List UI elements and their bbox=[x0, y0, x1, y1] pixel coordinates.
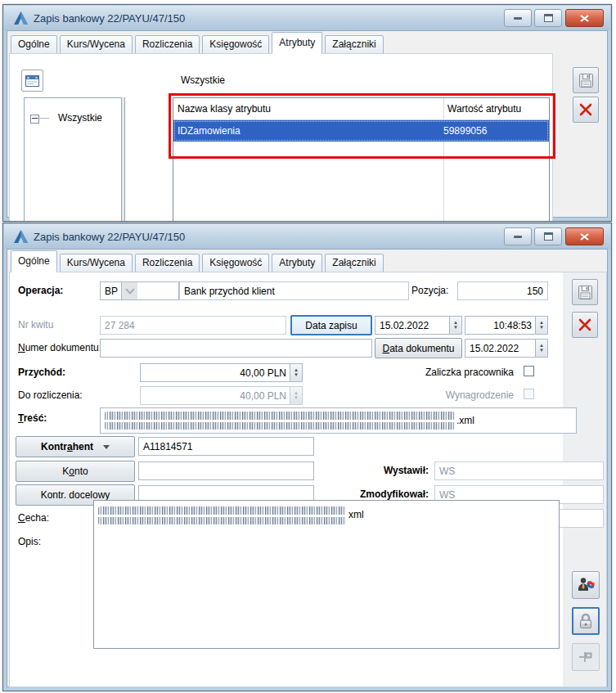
panel-window-icon bbox=[25, 75, 39, 87]
date-spinner[interactable]: ▲▼ bbox=[449, 316, 461, 335]
operacja-desc-field[interactable]: Bank przychód klient bbox=[179, 281, 409, 300]
wystawil-field: WS bbox=[434, 461, 604, 480]
attribute-tree[interactable]: Wszystkie bbox=[24, 97, 122, 222]
pozycja-label: Pozycja: bbox=[411, 285, 448, 296]
delete-button[interactable] bbox=[573, 97, 599, 123]
window-atrybuty: Zapis bankowy 22/PAYU/47/150 Ogólne Kurs… bbox=[2, 4, 612, 222]
data-dokumentu-date-field[interactable]: 15.02.2022 ▲▼ bbox=[465, 339, 548, 358]
close-icon bbox=[580, 15, 589, 22]
wynagrodzenie-label: Wynagrodzenie bbox=[366, 389, 514, 401]
lock-button[interactable] bbox=[572, 607, 600, 635]
do-rozliczenia-field: 40,00 PLN ▲▼ bbox=[140, 386, 303, 405]
save-button[interactable] bbox=[572, 279, 598, 305]
zaliczka-label: Zaliczka pracownika bbox=[366, 367, 514, 378]
pin-button bbox=[572, 643, 600, 671]
restore-icon bbox=[544, 14, 553, 22]
tab-kurs-wycena[interactable]: Kurs/Wycena bbox=[60, 254, 133, 272]
tab-zalaczniki[interactable]: Załączniki bbox=[325, 35, 383, 54]
amount-spinner: ▲▼ bbox=[290, 386, 302, 405]
data-zapisu-time-field[interactable]: 10:48:53 ▲▼ bbox=[465, 316, 548, 335]
data-zapisu-button[interactable]: Data zapisu bbox=[290, 315, 372, 335]
tree-item-wszystkie[interactable]: Wszystkie bbox=[58, 112, 102, 124]
przychod-label: Przychód: bbox=[18, 367, 65, 378]
tresc-label: Treść: bbox=[18, 412, 47, 424]
data-zapisu-date-field[interactable]: 15.02.2022 ▲▼ bbox=[375, 316, 462, 335]
pin-flag-icon bbox=[578, 650, 594, 664]
tab-rozliczenia[interactable]: Rozliczenia bbox=[135, 254, 200, 272]
tree-expander-icon[interactable] bbox=[30, 115, 39, 124]
nr-kwitu-label: Nr kwitu bbox=[18, 319, 53, 331]
numer-dokumentu-field[interactable] bbox=[100, 339, 372, 358]
tab-ksiegowosc[interactable]: Księgowość bbox=[202, 35, 269, 54]
tab-strip: Ogólne Kurs/Wycena Rozliczenia Księgowoś… bbox=[11, 33, 384, 54]
save-button[interactable] bbox=[573, 67, 599, 93]
time-spinner[interactable]: ▲▼ bbox=[535, 316, 547, 335]
blurred-text bbox=[105, 412, 455, 430]
delete-button[interactable] bbox=[572, 312, 598, 338]
window-title: Zapis bankowy 22/PAYU/47/150 bbox=[34, 231, 185, 243]
zmodyfikowal-label: Zmodyfikował: bbox=[322, 488, 429, 500]
tab-ogolne[interactable]: Ogólne bbox=[11, 250, 57, 272]
operacja-label: Operacja: bbox=[18, 285, 63, 296]
floppy-disk-icon bbox=[578, 73, 594, 88]
tree-connector bbox=[38, 118, 49, 119]
tab-ksiegowosc[interactable]: Księgowość bbox=[202, 254, 269, 272]
tab-atrybuty[interactable]: Atrybuty bbox=[272, 254, 322, 272]
kontrahent-button[interactable]: Kontrahent bbox=[16, 436, 135, 457]
kontrahent-field[interactable]: A11814571 bbox=[138, 437, 314, 456]
cecha-label: Cecha: bbox=[18, 512, 49, 524]
data-dokumentu-button[interactable]: Data dokumentu bbox=[375, 338, 462, 358]
app-logo-triangle-icon bbox=[14, 230, 28, 243]
amount-spinner[interactable]: ▲▼ bbox=[290, 363, 302, 382]
triangle-down-icon bbox=[103, 445, 110, 449]
wystawil-label: Wystawił: bbox=[322, 465, 429, 476]
blurred-text bbox=[98, 506, 346, 524]
close-icon bbox=[580, 233, 589, 241]
window-ogolne: Zapis bankowy 22/PAYU/47/150 Ogólne Kurs… bbox=[2, 223, 612, 691]
close-button[interactable] bbox=[565, 227, 604, 245]
zaliczka-checkbox[interactable] bbox=[524, 366, 534, 376]
tab-zalaczniki[interactable]: Załączniki bbox=[325, 254, 383, 272]
restore-button[interactable] bbox=[534, 9, 562, 27]
wynagrodzenie-checkbox bbox=[524, 389, 534, 399]
operacja-code-combobox[interactable]: BP bbox=[100, 281, 179, 300]
close-button[interactable] bbox=[565, 9, 604, 27]
splitter[interactable] bbox=[121, 97, 125, 222]
date-spinner[interactable]: ▲▼ bbox=[535, 339, 547, 358]
numer-dokumentu-label: Numer dokumentu: bbox=[18, 342, 101, 353]
user-with-sync-arrows-icon bbox=[577, 576, 595, 594]
restore-button[interactable] bbox=[534, 227, 562, 245]
tab-atrybuty[interactable]: Atrybuty bbox=[272, 32, 322, 54]
annotation-rectangle bbox=[169, 93, 555, 159]
tab-ogolne[interactable]: Ogólne bbox=[11, 35, 57, 54]
red-x-icon bbox=[578, 317, 592, 332]
minimize-icon bbox=[514, 236, 522, 238]
minimize-button[interactable] bbox=[504, 9, 532, 27]
tab-kurs-wycena[interactable]: Kurs/Wycena bbox=[60, 35, 133, 54]
restore-icon bbox=[544, 232, 553, 241]
floppy-disk-icon bbox=[578, 285, 593, 300]
window-title: Zapis bankowy 22/PAYU/47/150 bbox=[34, 12, 185, 25]
tab-strip: Ogólne Kurs/Wycena Rozliczenia Księgowoś… bbox=[11, 251, 384, 272]
przychod-field[interactable]: 40,00 PLN ▲▼ bbox=[140, 363, 303, 382]
padlock-icon bbox=[578, 612, 594, 630]
nr-kwitu-field: 27 284 bbox=[100, 316, 286, 335]
tresc-field[interactable]: .xml bbox=[100, 407, 577, 434]
pozycja-field[interactable]: 150 bbox=[457, 281, 548, 300]
change-user-button[interactable] bbox=[572, 571, 600, 599]
tab-rozliczenia[interactable]: Rozliczenia bbox=[135, 35, 200, 54]
opis-textarea[interactable]: xml bbox=[93, 500, 560, 649]
panel-toggle-button[interactable] bbox=[21, 70, 43, 92]
minimize-button[interactable] bbox=[504, 227, 532, 245]
group-filter-label: Wszystkie bbox=[181, 74, 225, 86]
red-x-icon bbox=[578, 102, 593, 117]
chevron-down-icon bbox=[121, 281, 137, 300]
konto-button[interactable]: Konto bbox=[16, 461, 135, 482]
konto-field[interactable] bbox=[138, 461, 314, 480]
do-rozliczenia-label: Do rozliczenia: bbox=[18, 389, 83, 401]
opis-label: Opis: bbox=[18, 536, 41, 547]
app-logo-triangle-icon bbox=[14, 11, 28, 25]
minimize-icon bbox=[514, 17, 522, 20]
